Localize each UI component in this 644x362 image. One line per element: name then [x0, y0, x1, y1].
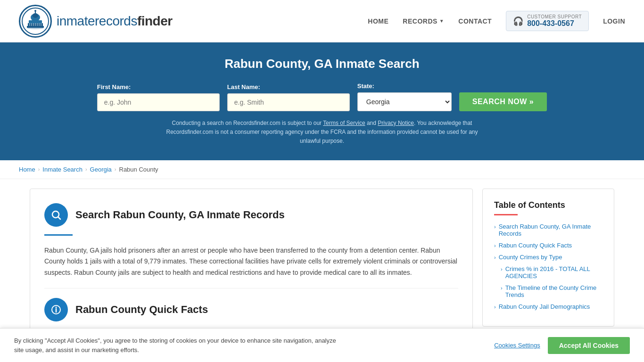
headphone-icon: 🎧 — [513, 16, 523, 26]
toc-arrow-5: › — [501, 285, 503, 291]
svg-point-20 — [56, 306, 57, 308]
cookie-actions: Cookies Settings Accept All Cookies — [494, 337, 630, 346]
svg-rect-9 — [29, 23, 30, 26]
toc-arrow-3: › — [494, 255, 496, 260]
navigation: HOME RECORDS ▼ CONTACT 🎧 CUSTOMER SUPPOR… — [368, 11, 625, 31]
disclaimer-text: Conducting a search on Recordsfinder.com… — [157, 119, 487, 146]
login-button[interactable]: LOGIN — [603, 17, 625, 25]
breadcrumb: Home › Inmate Search › Georgia › Rabun C… — [0, 160, 644, 179]
last-name-input[interactable] — [227, 93, 350, 111]
logo-area: inmaterecordsfinder — [19, 5, 173, 38]
toc-arrow-2: › — [494, 243, 496, 248]
cookie-text: By clicking "Accept All Cookies", you ag… — [14, 336, 344, 346]
search-form: First Name: Last Name: State: Georgia Al… — [19, 82, 625, 111]
breadcrumb-current: Rabun County — [119, 166, 158, 173]
last-name-group: Last Name: — [227, 83, 350, 111]
breadcrumb-sep-1: › — [38, 166, 40, 172]
svg-rect-10 — [31, 23, 32, 26]
toc-item-4: › Crimes % in 2016 - TOTAL ALL AGENCIES — [494, 265, 603, 280]
toc-title: Table of Contents — [494, 200, 603, 210]
breadcrumb-georgia[interactable]: Georgia — [90, 166, 112, 173]
first-name-label: First Name: — [97, 83, 131, 90]
nav-home[interactable]: HOME — [368, 17, 388, 25]
main-content: Search Rabun County, GA Inmate Records R… — [20, 189, 624, 336]
chevron-down-icon: ▼ — [439, 18, 444, 24]
toc-item-3: › County Crimes by Type — [494, 254, 603, 261]
toc-arrow-4: › — [501, 266, 503, 272]
toc-item-2: › Rabun County Quick Facts — [494, 242, 603, 249]
breadcrumb-home[interactable]: Home — [19, 166, 35, 173]
toc-divider — [494, 214, 518, 215]
svg-line-17 — [58, 217, 61, 219]
content-left: Search Rabun County, GA Inmate Records R… — [30, 189, 473, 336]
search-icon — [44, 203, 68, 227]
section1-text: Rabun County, GA jails hold prisoners af… — [44, 245, 458, 279]
breadcrumb-inmate-search[interactable]: Inmate Search — [42, 166, 83, 173]
nav-records[interactable]: RECORDS ▼ — [403, 17, 444, 25]
toc-link-4[interactable]: › Crimes % in 2016 - TOTAL ALL AGENCIES — [501, 265, 603, 280]
search-button[interactable]: SEARCH NOW » — [459, 92, 547, 111]
toc-link-5[interactable]: › The Timeline of the County Crime Trend… — [501, 284, 603, 298]
section1-title: Search Rabun County, GA Inmate Records — [75, 209, 285, 221]
toc-arrow-1: › — [494, 224, 496, 230]
section2-preview: Rabun County Quick Facts — [44, 288, 458, 321]
toc-arrow-6: › — [494, 304, 496, 310]
svg-rect-12 — [35, 23, 36, 26]
nav-contact[interactable]: CONTACT — [458, 17, 492, 25]
last-name-label: Last Name: — [227, 83, 260, 90]
first-name-group: First Name: — [97, 83, 220, 111]
cookie-settings-button[interactable]: Cookies Settings — [494, 342, 540, 346]
tos-link[interactable]: Terms of Service — [323, 120, 365, 126]
logo-icon — [19, 5, 52, 38]
hero-section: Rabun County, GA Inmate Search First Nam… — [0, 42, 644, 160]
support-number: 800-433-0567 — [527, 19, 582, 28]
info-icon — [44, 298, 68, 321]
svg-rect-14 — [39, 23, 40, 26]
toc-item-6: › Rabun County Jail Demographics — [494, 303, 603, 310]
toc-link-6[interactable]: › Rabun County Jail Demographics — [494, 303, 603, 310]
cookie-accept-button[interactable]: Accept All Cookies — [548, 337, 630, 346]
breadcrumb-sep-2: › — [85, 166, 87, 172]
logo-text: inmaterecordsfinder — [57, 14, 173, 29]
toc-link-2[interactable]: › Rabun County Quick Facts — [494, 242, 603, 249]
header: inmaterecordsfinder HOME RECORDS ▼ CONTA… — [0, 0, 644, 42]
state-select[interactable]: Georgia Alabama Alaska Arizona Californi… — [357, 92, 452, 111]
toc-link-3[interactable]: › County Crimes by Type — [494, 254, 603, 261]
svg-rect-15 — [41, 23, 41, 26]
svg-point-8 — [34, 10, 36, 12]
section1-divider — [44, 234, 73, 236]
cookie-banner: By clicking "Accept All Cookies", you ag… — [0, 328, 644, 346]
section2-title: Rabun County Quick Facts — [75, 304, 208, 316]
table-of-contents: Table of Contents › Search Rabun County,… — [482, 189, 614, 327]
state-group: State: Georgia Alabama Alaska Arizona Ca… — [357, 82, 452, 111]
toc-link-1[interactable]: › Search Rabun County, GA Inmate Records — [494, 223, 603, 237]
privacy-link[interactable]: Privacy Notice — [378, 120, 414, 126]
hero-title: Rabun County, GA Inmate Search — [19, 57, 625, 71]
support-text: CUSTOMER SUPPORT 800-433-0567 — [527, 14, 582, 28]
section1-heading: Search Rabun County, GA Inmate Records — [44, 203, 458, 227]
toc-list: › Search Rabun County, GA Inmate Records… — [494, 223, 603, 310]
first-name-input[interactable] — [97, 93, 220, 111]
svg-rect-13 — [37, 23, 38, 26]
toc-item-1: › Search Rabun County, GA Inmate Records — [494, 223, 603, 237]
svg-rect-11 — [33, 23, 34, 26]
toc-item-5: › The Timeline of the County Crime Trend… — [494, 284, 603, 298]
breadcrumb-sep-3: › — [115, 166, 116, 172]
support-label: CUSTOMER SUPPORT — [527, 14, 582, 19]
state-label: State: — [357, 82, 374, 90]
customer-support: 🎧 CUSTOMER SUPPORT 800-433-0567 — [506, 11, 589, 31]
